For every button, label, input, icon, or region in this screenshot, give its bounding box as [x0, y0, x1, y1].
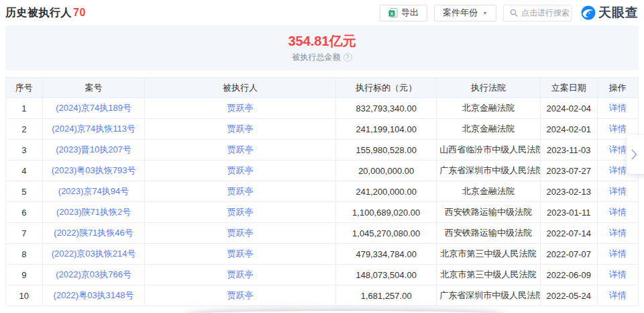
- table-row: 9(2022)京03执766号贾跃亭148,073,504.00北京市第三中级人…: [6, 265, 639, 285]
- amount-value: 20,000,000.00: [358, 166, 414, 176]
- case-number-link[interactable]: (2022)陕71执恢46号: [54, 228, 133, 238]
- filing-date: 2023-01-11: [547, 208, 591, 218]
- case-number-link[interactable]: (2023)陕71执恢2号: [56, 207, 131, 217]
- court-name: 北京市第三中级人民法院: [440, 269, 536, 279]
- amount-value: 1,681,257.00: [361, 291, 412, 301]
- court-name: 广东省深圳市中级人民法院: [439, 290, 540, 300]
- person-link[interactable]: 贾跃亭: [227, 165, 254, 175]
- amount-value: 1,100,689,020.00: [352, 208, 420, 218]
- row-index: 2: [21, 124, 26, 134]
- person-link[interactable]: 贾跃亭: [227, 103, 254, 113]
- person-link[interactable]: 贾跃亭: [227, 228, 254, 238]
- historical-enforcement-page: 历史被执行人70 X 导出 案件年份 ▼: [0, 0, 644, 313]
- export-button[interactable]: X 导出: [380, 5, 427, 21]
- filing-date: 2023-07-27: [546, 166, 591, 176]
- column-header-action: 操作: [597, 78, 638, 98]
- case-year-filter-label: 案件年份: [443, 7, 478, 19]
- expand-panel-tab[interactable]: [627, 135, 644, 174]
- row-index: 9: [21, 270, 26, 280]
- person-link[interactable]: 贾跃亭: [227, 290, 254, 300]
- record-count-badge: 70: [73, 7, 86, 18]
- total-amount-label: 被执行总金额: [292, 52, 341, 63]
- column-header-index: 序号: [6, 78, 43, 98]
- filing-date: 2023-02-13: [546, 187, 591, 197]
- brand-name: 天眼查: [598, 4, 639, 21]
- filing-date: 2022-05-24: [546, 291, 591, 301]
- column-header-court: 执行法院: [437, 78, 541, 98]
- detail-link[interactable]: 详情: [609, 207, 627, 217]
- search-box[interactable]: [503, 5, 572, 21]
- brand-logo: 天眼查: [581, 4, 639, 21]
- filing-date: 2022-07-14: [546, 228, 591, 238]
- amount-value: 241,200,000.00: [356, 187, 417, 197]
- case-number-link[interactable]: (2023)晋10执207号: [56, 144, 131, 154]
- court-name: 西安铁路运输中级法院: [445, 207, 532, 217]
- excel-export-icon: X: [388, 8, 398, 17]
- page-title-text: 历史被执行人: [5, 7, 72, 18]
- amount-value: 1,045,270,080.00: [352, 228, 420, 238]
- amount-value: 148,073,504.00: [356, 270, 417, 280]
- filing-date: 2024-02-01: [546, 124, 591, 134]
- person-link[interactable]: 贾跃亭: [227, 144, 254, 154]
- detail-link[interactable]: 详情: [609, 124, 627, 134]
- person-link[interactable]: 贾跃亭: [227, 249, 254, 259]
- row-index: 4: [21, 166, 26, 176]
- row-index: 7: [21, 228, 26, 238]
- detail-link[interactable]: 详情: [609, 269, 627, 279]
- amount-value: 155,980,528.00: [356, 145, 417, 155]
- column-header-amount: 执行标的（元）: [336, 78, 437, 98]
- detail-link[interactable]: 详情: [609, 165, 627, 175]
- column-header-person: 被执行人: [145, 78, 336, 98]
- detail-link[interactable]: 详情: [609, 186, 627, 196]
- person-link[interactable]: 贾跃亭: [227, 207, 254, 217]
- table-row: 3(2023)晋10执207号贾跃亭155,980,528.00山西省临汾市中级…: [6, 140, 639, 161]
- court-name: 北京金融法院: [462, 103, 515, 113]
- detail-link[interactable]: 详情: [609, 290, 627, 300]
- detail-link[interactable]: 详情: [609, 228, 627, 238]
- table-row: 6(2023)陕71执恢2号贾跃亭1,100,689,020.00西安铁路运输中…: [6, 202, 639, 223]
- case-number-link[interactable]: (2024)京74执恢113号: [52, 124, 136, 134]
- detail-link[interactable]: 详情: [609, 249, 627, 259]
- case-number-link[interactable]: (2022)京03执766号: [56, 269, 131, 279]
- case-year-filter-button[interactable]: 案件年份 ▼: [434, 5, 496, 21]
- amount-value: 832,793,340.00: [356, 103, 417, 114]
- table-row: 1(2024)京74执189号贾跃亭832,793,340.00北京金融法院20…: [6, 98, 639, 119]
- table-body: 1(2024)京74执189号贾跃亭832,793,340.00北京金融法院20…: [6, 98, 639, 306]
- detail-link[interactable]: 详情: [609, 144, 627, 154]
- filing-date: 2022-06-09: [546, 270, 591, 280]
- person-link[interactable]: 贾跃亭: [227, 269, 254, 279]
- court-name: 山西省临汾市中级人民法院: [439, 144, 540, 154]
- court-name: 北京金融法院: [462, 186, 515, 196]
- case-number-link[interactable]: (2023)粤03执恢793号: [52, 165, 136, 175]
- total-amount-label-row: 被执行总金额 ?: [292, 52, 352, 63]
- column-header-date: 立案日期: [540, 78, 597, 98]
- column-header-case-no: 案号: [42, 78, 145, 98]
- table-row: 8(2022)京03执恢214号贾跃亭479,334,784.00北京市第三中级…: [6, 244, 639, 265]
- table-row: 5(2023)京74执94号贾跃亭241,200,000.00北京金融法院202…: [6, 181, 639, 202]
- filing-date: 2024-02-04: [546, 103, 591, 114]
- page-title: 历史被执行人70: [5, 6, 86, 20]
- case-number-link[interactable]: (2023)京74执94号: [58, 186, 129, 196]
- svg-text:X: X: [390, 11, 394, 17]
- amount-value: 241,199,104.00: [356, 124, 417, 134]
- case-number-link[interactable]: (2024)京74执189号: [56, 103, 131, 113]
- table-row: 4(2023)粤03执恢793号贾跃亭20,000,000.00广东省深圳市中级…: [6, 161, 639, 181]
- row-index: 3: [21, 145, 26, 155]
- row-index: 8: [21, 249, 26, 259]
- person-link[interactable]: 贾跃亭: [227, 124, 254, 134]
- row-index: 1: [21, 103, 26, 114]
- court-name: 广东省深圳市中级人民法院: [439, 165, 540, 175]
- total-enforced-amount: 354.81亿元: [288, 33, 356, 49]
- case-number-link[interactable]: (2022)粤03执3148号: [54, 290, 134, 300]
- chevron-right-icon: [631, 149, 637, 160]
- enforcement-table-container: 序号 案号 被执行人 执行标的（元） 执行法院 立案日期 操作 1(2024)京…: [5, 77, 639, 306]
- case-number-link[interactable]: (2022)京03执恢214号: [52, 249, 136, 259]
- toolbar-actions: X 导出 案件年份 ▼: [380, 4, 639, 21]
- detail-link[interactable]: 详情: [609, 103, 627, 113]
- table-header: 序号 案号 被执行人 执行标的（元） 执行法院 立案日期 操作: [6, 78, 639, 98]
- table-row: 7(2022)陕71执恢46号贾跃亭1,045,270,080.00西安铁路运输…: [6, 223, 639, 244]
- person-link[interactable]: 贾跃亭: [227, 186, 254, 196]
- help-icon[interactable]: ?: [343, 53, 352, 62]
- search-input[interactable]: [521, 8, 571, 17]
- toolbar: 历史被执行人70 X 导出 案件年份 ▼: [0, 0, 644, 26]
